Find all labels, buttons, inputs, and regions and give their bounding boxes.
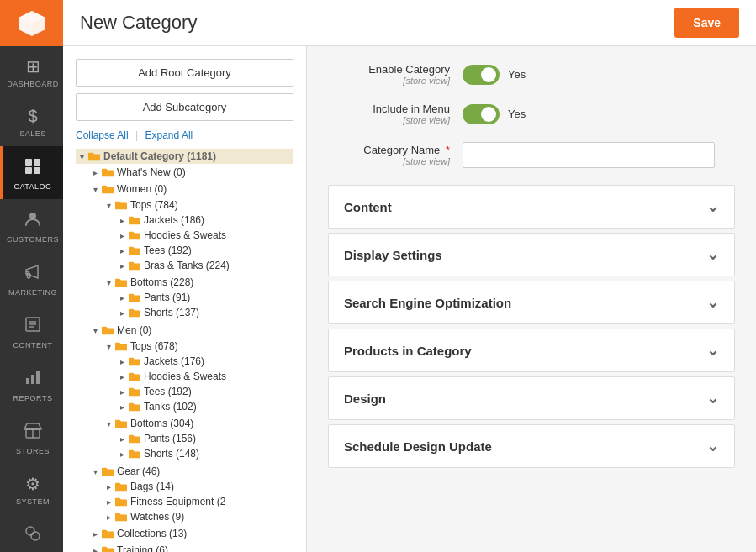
svg-point-4: [29, 213, 36, 219]
tree-row-whats-new[interactable]: ▸ What's New (0): [89, 165, 293, 180]
reports-icon: [24, 368, 42, 391]
folder-icon: [128, 214, 141, 226]
category-tree: ▾ Default Category (1181) ▸: [76, 148, 293, 552]
tree-node-gear: ▾ Gear (46) ▸ Bags (14): [89, 463, 293, 525]
tree-label: Gear (46): [117, 465, 160, 477]
content-area: Add Root Category Add Subcategory Collap…: [63, 46, 756, 552]
accordion-title-schedule: Schedule Design Update: [344, 439, 492, 454]
logo[interactable]: [0, 0, 63, 46]
tree-label: Men (0): [117, 324, 151, 336]
chevron-down-icon: ⌄: [706, 389, 719, 407]
toggle-women[interactable]: ▾: [89, 183, 101, 195]
sidebar-item-content[interactable]: Content: [0, 305, 63, 358]
tree-row-training[interactable]: ▸ Training (6): [89, 543, 293, 552]
tree-row-hoodies-women[interactable]: ▸ Hoodies & Sweats: [116, 228, 293, 243]
tree-row-women-tops[interactable]: ▾ Tops (784): [103, 197, 293, 213]
page-header: New Category Save: [63, 0, 756, 46]
children-women-tops: ▸ Jackets (186) ▸ Hoodies & Sweats: [103, 213, 293, 273]
accordion-title-design: Design: [344, 392, 386, 406]
tree-label-default-category: Default Category (1181): [103, 150, 216, 162]
tree-row-collections[interactable]: ▸ Collections (13): [89, 526, 293, 541]
sidebar-item-find-partners[interactable]: Find Partners & Extensions: [0, 514, 63, 552]
tree-label: What's New (0): [117, 166, 186, 178]
tree-row-fitness[interactable]: ▸ Fitness Equipment (2: [103, 494, 293, 509]
sidebar-item-stores[interactable]: Stores: [0, 411, 63, 464]
tree-controls: Collapse All | Expand All: [76, 129, 293, 141]
tree-row-women-bottoms[interactable]: ▾ Bottoms (228): [103, 275, 293, 290]
include-menu-toggle[interactable]: [463, 104, 500, 124]
folder-icon: [128, 433, 141, 444]
save-button[interactable]: Save: [674, 8, 739, 38]
accordion-header-schedule[interactable]: Schedule Design Update ⌄: [329, 425, 734, 467]
stores-icon: [24, 421, 42, 444]
sidebar-item-sales[interactable]: $ Sales: [0, 97, 63, 146]
required-indicator: *: [446, 144, 450, 156]
tree-row-jackets-men[interactable]: ▸ Jackets (176): [116, 354, 293, 369]
toggle[interactable]: ▾: [103, 199, 114, 211]
tree-row-tees-women[interactable]: ▸ Tees (192): [116, 243, 293, 258]
tree-row-tanks-men[interactable]: ▸ Tanks (102): [116, 399, 293, 414]
tree-row-default-category[interactable]: ▾ Default Category (1181): [76, 149, 293, 164]
tree-row-gear[interactable]: ▾ Gear (46): [89, 464, 293, 479]
sidebar-item-reports[interactable]: Reports: [0, 358, 63, 411]
sidebar-item-label: Customers: [7, 235, 59, 244]
accordion-header-design[interactable]: Design ⌄: [329, 377, 734, 419]
accordion-header-products[interactable]: Products in Category ⌄: [329, 329, 734, 371]
tree-row-bras-women[interactable]: ▸ Bras & Tanks (224): [116, 258, 293, 273]
toggle-whats-new[interactable]: ▸: [89, 166, 101, 178]
tree-node-women-bottoms: ▾ Bottoms (228) ▸ Pants (91): [103, 274, 293, 321]
tree-label: Hoodies & Sweats: [144, 229, 226, 241]
tree-row-men-tops[interactable]: ▾ Tops (678): [103, 339, 293, 354]
folder-icon: [128, 386, 141, 397]
include-menu-label: Include in Menu [store view]: [328, 103, 463, 125]
sidebar-item-catalog[interactable]: Catalog: [0, 146, 63, 199]
expand-all-link[interactable]: Expand All: [145, 129, 193, 141]
tree-row-men-bottoms[interactable]: ▾ Bottoms (304): [103, 416, 293, 431]
tree-row-shorts-women[interactable]: ▸ Shorts (137): [116, 305, 293, 320]
category-name-input[interactable]: [463, 142, 715, 168]
chevron-down-icon: ⌄: [706, 197, 719, 216]
svg-point-5: [27, 273, 30, 278]
accordion-header-content[interactable]: Content ⌄: [329, 186, 734, 228]
sidebar-item-marketing[interactable]: Marketing: [0, 252, 63, 305]
tree-row-shorts-men[interactable]: ▸ Shorts (148): [116, 446, 293, 461]
tree-row-men[interactable]: ▾ Men (0): [89, 323, 293, 338]
accordion-header-display-settings[interactable]: Display Settings ⌄: [329, 234, 734, 276]
add-subcategory-button[interactable]: Add Subcategory: [76, 93, 293, 121]
sidebar-item-label: Dashboard: [7, 80, 59, 88]
accordion-section-design: Design ⌄: [328, 376, 735, 420]
svg-rect-2: [25, 167, 32, 174]
folder-icon: [101, 166, 114, 178]
tree-row-women[interactable]: ▾ Women (0): [89, 181, 293, 197]
svg-point-16: [31, 532, 40, 540]
sales-icon: $: [28, 107, 37, 126]
tree-node-men-tops: ▾ Tops (678) ▸ Jackets (176): [103, 338, 293, 415]
tree-row-watches[interactable]: ▸ Watches (9): [103, 509, 293, 524]
tree-row-bags[interactable]: ▸ Bags (14): [103, 479, 293, 494]
sidebar-item-system[interactable]: ⚙ System: [0, 464, 63, 514]
tree-label: Bags (14): [130, 481, 174, 492]
accordion-title-content: Content: [344, 200, 392, 214]
customers-icon: [24, 209, 42, 232]
tree-row-jackets-women[interactable]: ▸ Jackets (186): [116, 213, 293, 228]
tree-row-tees-men[interactable]: ▸ Tees (192): [116, 384, 293, 399]
tree-row-pants-men[interactable]: ▸ Pants (156): [116, 431, 293, 446]
add-root-category-button[interactable]: Add Root Category: [76, 59, 293, 87]
include-menu-value: Yes: [508, 108, 526, 120]
toggle-default-category[interactable]: ▾: [76, 150, 87, 162]
tree-row-pants-women[interactable]: ▸ Pants (91): [116, 290, 293, 305]
sidebar-item-customers[interactable]: Customers: [0, 199, 63, 252]
enable-category-toggle[interactable]: [463, 65, 500, 85]
separator: |: [135, 129, 138, 141]
tree-label: Tops (678): [130, 340, 178, 352]
toggle-slider: [463, 65, 500, 85]
category-form-panel: Enable Category [store view] Yes Include…: [307, 46, 756, 552]
children-women: ▾ Tops (784) ▸: [89, 197, 293, 321]
accordion-header-seo[interactable]: Search Engine Optimization ⌄: [329, 281, 734, 323]
tree-row-hoodies-men[interactable]: ▸ Hoodies & Sweats: [116, 369, 293, 384]
collapse-all-link[interactable]: Collapse All: [76, 129, 129, 141]
tree-node-training: ▸ Training (6): [89, 542, 293, 552]
sidebar-item-label: Sales: [19, 129, 46, 138]
sidebar-item-dashboard[interactable]: ⊞ Dashboard: [0, 46, 63, 97]
tree-label: Tees (192): [144, 386, 192, 397]
